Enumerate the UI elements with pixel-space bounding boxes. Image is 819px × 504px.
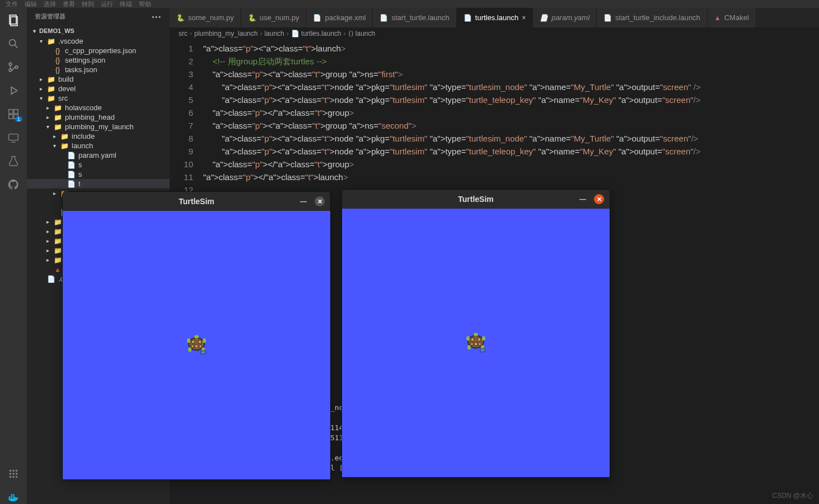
tree-item[interactable]: ▸📁plumbing_head bbox=[27, 112, 170, 122]
svg-marker-7 bbox=[11, 87, 17, 95]
tree-item[interactable]: 📄s bbox=[27, 160, 170, 169]
menu-item[interactable]: 转到 bbox=[82, 0, 94, 8]
close-icon[interactable]: ✕ bbox=[315, 196, 325, 206]
svg-point-34 bbox=[187, 338, 190, 343]
svg-point-19 bbox=[16, 473, 18, 475]
editor-tab[interactable]: 🐍some_num.py bbox=[170, 8, 241, 27]
svg-rect-23 bbox=[9, 496, 11, 498]
svg-rect-26 bbox=[11, 494, 12, 496]
svg-point-15 bbox=[12, 470, 15, 472]
turtlesim-titlebar[interactable]: TurtleSim — ✕ bbox=[342, 190, 610, 209]
editor-tab[interactable]: ▲CMakel bbox=[708, 8, 756, 27]
svg-point-46 bbox=[466, 336, 470, 341]
close-icon[interactable]: ✕ bbox=[594, 194, 604, 204]
svg-point-16 bbox=[16, 470, 18, 472]
menu-item[interactable]: 选择 bbox=[44, 0, 56, 8]
explorer-icon[interactable] bbox=[7, 13, 20, 27]
svg-point-45 bbox=[479, 343, 481, 346]
editor-tab[interactable]: 🐍use_num.py bbox=[241, 8, 307, 27]
editor-tabs[interactable]: 🐍some_num.py🐍use_num.py📄package.xml📄star… bbox=[170, 8, 819, 27]
turtlesim-window-1[interactable]: TurtleSim — ✕ bbox=[62, 191, 331, 480]
ros-icon[interactable] bbox=[7, 467, 20, 481]
svg-point-5 bbox=[9, 69, 12, 72]
sidebar-title: 资源管理器 bbox=[35, 12, 65, 21]
tree-item[interactable]: ▾📁.vscode bbox=[27, 36, 170, 46]
tree-item[interactable]: ▸📁include bbox=[27, 131, 170, 141]
breadcrumb[interactable]: src › plumbing_my_launch › launch › 📄 tu… bbox=[170, 27, 819, 40]
editor-tab[interactable]: 📄package.xml bbox=[306, 8, 373, 27]
turtlesim-canvas[interactable] bbox=[342, 209, 610, 477]
svg-point-38 bbox=[194, 335, 199, 338]
turtlesim-titlebar[interactable]: TurtleSim — ✕ bbox=[63, 192, 330, 211]
turtle-sprite bbox=[464, 331, 488, 355]
svg-point-50 bbox=[474, 333, 478, 336]
scm-icon[interactable] bbox=[7, 60, 20, 74]
svg-rect-39 bbox=[201, 351, 205, 354]
breadcrumb-item[interactable]: src bbox=[179, 30, 188, 37]
svg-point-35 bbox=[203, 338, 206, 343]
tree-item[interactable]: 📄s bbox=[27, 169, 170, 179]
tree-item[interactable]: {}tasks.json bbox=[27, 65, 170, 74]
tree-item[interactable]: ▾📁plumbing_my_launch bbox=[27, 122, 170, 131]
extensions-icon[interactable] bbox=[7, 107, 20, 121]
breadcrumb-item[interactable]: launch bbox=[264, 30, 284, 37]
tree-item[interactable]: ▸📁build bbox=[27, 74, 170, 84]
breadcrumb-item[interactable]: 📄 turtles.launch bbox=[291, 30, 341, 37]
testing-icon[interactable] bbox=[7, 154, 20, 168]
menu-item[interactable]: 查看 bbox=[63, 0, 75, 8]
docker-icon[interactable] bbox=[7, 491, 20, 504]
turtlesim-title: TurtleSim bbox=[179, 197, 214, 206]
window-controls[interactable]: — ✕ bbox=[300, 196, 325, 206]
svg-point-47 bbox=[482, 336, 485, 341]
svg-point-4 bbox=[9, 63, 12, 65]
minimize-icon[interactable]: — bbox=[300, 197, 307, 205]
menu-item[interactable]: 运行 bbox=[101, 0, 113, 8]
tree-item[interactable]: {}c_cpp_properties.json bbox=[27, 46, 170, 55]
tree-item[interactable]: 📄t bbox=[27, 179, 170, 189]
workspace-name: DEMO1_WS bbox=[39, 27, 74, 34]
tree-item[interactable]: ▾📁launch bbox=[27, 141, 170, 150]
svg-point-30 bbox=[198, 340, 202, 343]
menu-item[interactable]: 编辑 bbox=[25, 0, 37, 8]
svg-point-31 bbox=[195, 345, 198, 348]
debug-icon[interactable] bbox=[7, 84, 20, 97]
svg-point-18 bbox=[12, 473, 15, 475]
menu-item[interactable]: 帮助 bbox=[139, 0, 151, 8]
github-icon[interactable] bbox=[7, 178, 20, 191]
editor-tab[interactable]: 📄start_turtle.launch bbox=[373, 8, 456, 27]
tree-item[interactable]: ▸📁devel bbox=[27, 84, 170, 93]
svg-point-20 bbox=[10, 476, 12, 478]
menu-item[interactable]: 文件 bbox=[6, 0, 18, 8]
tree-item[interactable]: ▸📁holavscode bbox=[27, 103, 170, 112]
tree-item[interactable]: {}settings.json bbox=[27, 55, 170, 65]
svg-rect-9 bbox=[9, 115, 13, 119]
turtlesim-window-2[interactable]: TurtleSim — ✕ bbox=[341, 189, 610, 478]
svg-rect-24 bbox=[11, 496, 12, 498]
turtlesim-canvas[interactable] bbox=[63, 211, 330, 479]
menu-item[interactable]: 终端 bbox=[120, 0, 132, 8]
breadcrumb-item[interactable]: plumbing_my_launch bbox=[194, 30, 258, 37]
editor-tab[interactable]: 📄turtles.launch× bbox=[457, 8, 533, 27]
svg-point-2 bbox=[10, 40, 16, 46]
svg-point-44 bbox=[471, 343, 474, 346]
editor-tab[interactable]: 📄start_turtle_include.launch bbox=[597, 8, 708, 27]
menu-bar[interactable]: 文件编辑选择查看转到运行终端帮助 bbox=[0, 0, 819, 8]
sidebar-more-icon[interactable]: ••• bbox=[152, 13, 162, 20]
remote-icon[interactable] bbox=[7, 131, 20, 144]
svg-point-33 bbox=[199, 345, 202, 348]
breadcrumb-item[interactable]: ⟨⟩ launch bbox=[348, 30, 376, 37]
tree-item[interactable]: ▾📁src bbox=[27, 93, 170, 103]
editor-tab[interactable]: 📄param.yaml bbox=[533, 8, 597, 27]
svg-rect-25 bbox=[13, 496, 15, 498]
tree-item[interactable]: 📄param.yaml bbox=[27, 150, 170, 160]
svg-point-17 bbox=[10, 473, 12, 475]
close-icon[interactable]: × bbox=[522, 14, 526, 22]
search-icon[interactable] bbox=[7, 37, 20, 50]
svg-point-41 bbox=[471, 338, 474, 341]
window-controls[interactable]: — ✕ bbox=[579, 194, 604, 204]
watermark: CSDN @木心 bbox=[772, 491, 813, 501]
svg-point-32 bbox=[191, 345, 194, 348]
svg-point-14 bbox=[10, 470, 12, 472]
workspace-header[interactable]: ▾ DEMO1_WS bbox=[27, 25, 170, 36]
minimize-icon[interactable]: — bbox=[579, 195, 586, 203]
